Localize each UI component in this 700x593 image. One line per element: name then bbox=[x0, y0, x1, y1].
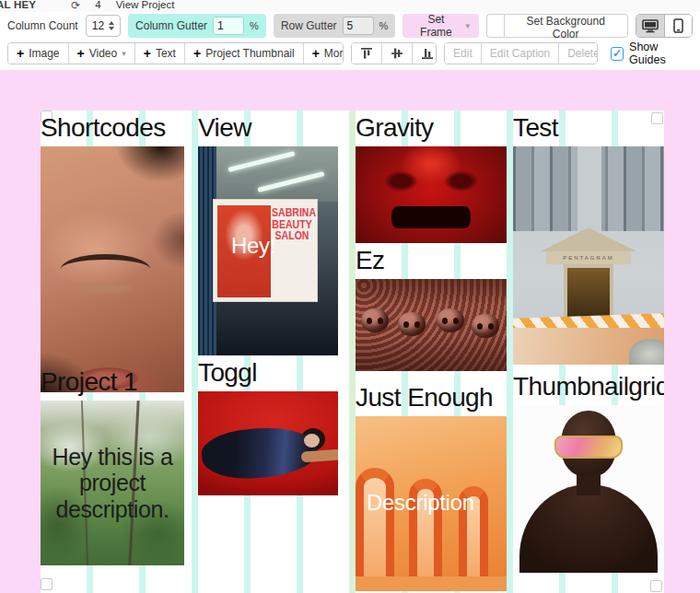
thumbnail-image: Hey this is a project description. bbox=[41, 401, 184, 565]
column-gutter-input[interactable] bbox=[213, 17, 244, 35]
column-count-label: Column Count bbox=[7, 19, 78, 32]
thumbnail-select-checkbox[interactable] bbox=[41, 578, 52, 590]
thumbnail-title: Toggl bbox=[198, 357, 338, 389]
workspace-background: Shortcodes View bbox=[0, 70, 700, 593]
floor-shape bbox=[356, 576, 507, 591]
add-text-label: Text bbox=[156, 47, 176, 60]
background-color-swatch[interactable] bbox=[486, 14, 504, 38]
desktop-view-button[interactable] bbox=[636, 15, 664, 37]
set-background-color-button[interactable]: Set Background Color bbox=[504, 14, 628, 38]
column-gutter-label: Column Gutter bbox=[135, 19, 207, 32]
skull-shape bbox=[361, 308, 389, 332]
align-group bbox=[351, 42, 437, 64]
building-sign-text: PENTAGRAM bbox=[546, 251, 631, 264]
align-top-icon bbox=[360, 47, 373, 60]
project-thumbnail-gravity[interactable]: Gravity bbox=[356, 112, 507, 243]
plus-icon: + bbox=[193, 47, 201, 60]
chevron-down-icon: ▾ bbox=[122, 49, 126, 58]
add-content-group: +Image +Video▾ +Text +Project Thumbnail … bbox=[7, 42, 344, 64]
skull-shape bbox=[437, 308, 464, 332]
thumbnail-caption: Description bbox=[367, 490, 474, 516]
column-count-value: 12 bbox=[92, 19, 104, 32]
salon-line1: SABRINA bbox=[272, 207, 312, 219]
project-thumbnail-view[interactable]: View SABRINA BEAUTY SALON bbox=[198, 112, 338, 355]
project-thumbnail-ez[interactable]: Ez bbox=[356, 245, 507, 371]
project-thumbnail-justenough[interactable]: Just Enough Description bbox=[356, 382, 507, 591]
add-project-thumbnail-label: Project Thumbnail bbox=[205, 47, 295, 60]
mobile-view-button[interactable] bbox=[664, 15, 692, 37]
thumbnail-image bbox=[356, 279, 507, 371]
row-gutter-input[interactable] bbox=[343, 17, 374, 35]
align-middle-icon bbox=[391, 47, 403, 60]
thumbnail-title: Gravity bbox=[356, 112, 507, 144]
pediment-shape bbox=[541, 227, 636, 251]
thumbnail-caption: Hey! bbox=[231, 233, 275, 259]
thumbnail-title: Ez bbox=[356, 245, 507, 276]
app-window: AL HEY ⟳ 4 View Project Column Count 12 … bbox=[0, 0, 700, 593]
thumbnail-title: Test bbox=[513, 112, 664, 144]
thumbnail-select-checkbox[interactable] bbox=[650, 580, 662, 592]
browser-topbar: AL HEY ⟳ 4 View Project bbox=[0, 0, 700, 12]
row-gutter-label: Row Gutter bbox=[281, 19, 337, 32]
set-frame-button[interactable]: Set Frame ▾ bbox=[402, 14, 479, 38]
chevron-down-icon: ▾ bbox=[465, 21, 470, 30]
salon-sign-text: SABRINA BEAUTY SALON bbox=[272, 207, 312, 242]
skull-shape bbox=[472, 314, 499, 338]
add-more-label: More bbox=[324, 47, 344, 60]
project-thumbnail-test[interactable]: Test PENTAGRAM bbox=[513, 112, 664, 365]
add-text-button[interactable]: +Text bbox=[134, 43, 184, 64]
content-toolbar-row: +Image +Video▾ +Text +Project Thumbnail … bbox=[0, 40, 700, 67]
thumbnail-image: Description bbox=[356, 416, 507, 591]
thumbnail-image bbox=[198, 391, 338, 495]
project-thumbnail-project1[interactable]: Project 1 Hey this is a project descript… bbox=[41, 366, 184, 565]
align-bottom-button[interactable] bbox=[412, 43, 437, 64]
delete-button[interactable]: Delete bbox=[558, 43, 598, 64]
align-top-button[interactable] bbox=[352, 43, 381, 64]
refresh-icon[interactable]: ⟳ bbox=[71, 0, 80, 12]
skull-shape bbox=[398, 312, 426, 336]
align-middle-button[interactable] bbox=[381, 43, 412, 64]
row-gutter-chip: Row Gutter % bbox=[274, 14, 395, 38]
column-count-stepper[interactable]: 12 bbox=[86, 15, 121, 37]
column-gutter-unit: % bbox=[250, 20, 259, 31]
thumbnail-title: Project 1 bbox=[41, 366, 184, 398]
thumbnail-image bbox=[513, 405, 664, 573]
view-project-link[interactable]: View Project bbox=[116, 0, 175, 10]
thumbnail-image: SABRINA BEAUTY SALON Hey! bbox=[198, 146, 338, 355]
project-thumbnail-thumbnailgrid[interactable]: Thumbnailgrid bbox=[513, 371, 664, 573]
stepper-arrows-icon[interactable] bbox=[109, 21, 114, 30]
show-guides-label: Show Guides bbox=[629, 41, 693, 66]
add-video-label: Video bbox=[89, 47, 117, 60]
add-image-button[interactable]: +Image bbox=[8, 43, 68, 64]
arm-shape bbox=[301, 448, 338, 462]
align-bottom-icon bbox=[421, 47, 434, 60]
show-guides-checkbox[interactable]: ✓ bbox=[611, 47, 624, 61]
edit-button[interactable]: Edit bbox=[445, 43, 481, 64]
salon-line3: SALON bbox=[272, 230, 312, 242]
settings-toolbar-row: Column Count 12 Column Gutter % Row Gutt… bbox=[0, 12, 700, 40]
eyelid-shape bbox=[69, 282, 138, 295]
arch-shape bbox=[356, 468, 394, 578]
shoulders-shape bbox=[519, 484, 658, 573]
editor-toolbar: Column Count 12 Column Gutter % Row Gutt… bbox=[0, 12, 700, 70]
project-thumbnail-toggl[interactable]: Toggl bbox=[198, 357, 338, 495]
add-image-label: Image bbox=[29, 47, 59, 60]
phone-icon bbox=[673, 18, 683, 33]
thumbnail-title: View bbox=[198, 112, 338, 144]
edit-caption-button[interactable]: Edit Caption bbox=[481, 43, 558, 64]
thumbnail-image bbox=[356, 146, 507, 243]
face-shape bbox=[304, 434, 320, 448]
thumbnail-image: PENTAGRAM bbox=[513, 146, 664, 365]
add-project-thumbnail-button[interactable]: +Project Thumbnail bbox=[184, 43, 303, 64]
canvas: Shortcodes View bbox=[41, 110, 664, 593]
show-guides-control: ✓ Show Guides bbox=[611, 41, 693, 66]
row-gutter-unit: % bbox=[379, 20, 389, 31]
device-preview-toggle bbox=[636, 14, 693, 38]
thumbnail-title: Shortcodes bbox=[41, 112, 184, 144]
eyebrow-shape bbox=[61, 254, 150, 269]
project-thumbnail-shortcodes[interactable]: Shortcodes bbox=[41, 112, 184, 392]
plus-icon: + bbox=[17, 47, 24, 60]
add-video-button[interactable]: +Video▾ bbox=[68, 43, 134, 64]
site-title: AL HEY bbox=[0, 0, 36, 10]
add-more-button[interactable]: +More▾ bbox=[303, 43, 344, 64]
